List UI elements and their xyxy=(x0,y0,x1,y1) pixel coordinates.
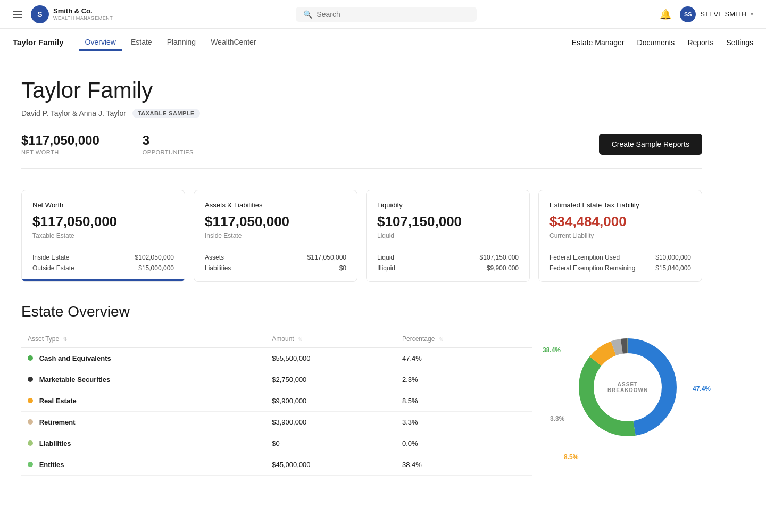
card-row-value: $117,050,000 xyxy=(307,254,346,261)
create-sample-reports-button[interactable]: Create Sample Reports xyxy=(599,134,702,155)
client-nav-right: Estate Manager Documents Reports Setting… xyxy=(572,38,753,47)
amount-cell: $0 xyxy=(265,433,396,454)
table-row: Entities $45,000,000 38.4% xyxy=(21,454,532,476)
asset-dot xyxy=(28,440,33,446)
pct-label-474: 47.4% xyxy=(693,385,711,393)
subtitle-text: David P. Taylor & Anna J. Taylor xyxy=(21,109,126,118)
nav-estate-manager[interactable]: Estate Manager xyxy=(572,38,625,47)
tab-overview[interactable]: Overview xyxy=(79,35,122,51)
opportunities-label: OPPORTUNITIES xyxy=(143,149,194,155)
col-asset-type[interactable]: Asset Type ⇅ xyxy=(21,331,265,347)
card-row-value: $9,900,000 xyxy=(487,264,519,272)
table-row: Retirement $3,900,000 3.3% xyxy=(21,412,532,433)
pct-label-33: 3.3% xyxy=(550,415,564,422)
opportunities-value: 3 xyxy=(143,133,194,148)
client-nav-left: Taylor Family Overview Estate Planning W… xyxy=(13,35,263,51)
card-title: Estimated Estate Tax Liability xyxy=(549,201,691,209)
pct-cell: 47.4% xyxy=(396,347,532,369)
card-row-label: Inside Estate xyxy=(32,254,69,261)
col-amount[interactable]: Amount ⇅ xyxy=(265,331,396,347)
hamburger-menu[interactable] xyxy=(13,11,22,18)
asset-type-cell: Marketable Securities xyxy=(21,369,265,390)
chart-wrap: ASSET BREAKDOWN 47.4% 38.4% 8.5% 3.3% xyxy=(553,303,702,476)
logo-icon: S xyxy=(31,5,49,23)
pct-label-384: 38.4% xyxy=(543,346,561,354)
card-row-label: Outside Estate xyxy=(32,264,74,272)
brand-name: Smith & Co. xyxy=(53,7,113,15)
card-row-value: $10,000,000 xyxy=(655,254,691,261)
pct-cell: 38.4% xyxy=(396,454,532,476)
summary-card-3: Estimated Estate Tax Liability $34,484,0… xyxy=(538,190,702,282)
user-area[interactable]: SS STEVE SMITH ▾ xyxy=(680,6,753,22)
notification-button[interactable]: 🔔 xyxy=(660,9,671,20)
nav-settings[interactable]: Settings xyxy=(726,38,753,47)
avatar: SS xyxy=(680,6,696,22)
card-row-value: $102,050,000 xyxy=(135,254,174,261)
amount-cell: $55,500,000 xyxy=(265,347,396,369)
card-sub-label: Current Liability xyxy=(549,232,691,239)
card-rows: Inside Estate $102,050,000 Outside Estat… xyxy=(32,247,174,279)
logo-area: S Smith & Co. WEALTH MANAGEMENT xyxy=(31,5,113,23)
estate-table: Asset Type ⇅ Amount ⇅ Percentage ⇅ Cash … xyxy=(21,331,532,476)
donut-label: ASSET BREAKDOWN xyxy=(598,381,657,393)
search-bar[interactable]: 🔍 xyxy=(296,7,477,22)
card-row: Inside Estate $102,050,000 xyxy=(32,254,174,261)
asset-type-cell: Entities xyxy=(21,454,265,476)
card-row-label: Liabilities xyxy=(205,264,231,272)
card-main-value: $34,484,000 xyxy=(549,213,691,230)
top-bar-right: 🔔 SS STEVE SMITH ▾ xyxy=(660,6,753,22)
card-row-label: Illiquid xyxy=(377,264,395,272)
card-row: Liabilities $0 xyxy=(205,264,346,272)
card-sub-label: Inside Estate xyxy=(205,232,346,239)
card-rows: Federal Exemption Used $10,000,000 Feder… xyxy=(549,247,691,279)
card-row-value: $0 xyxy=(339,264,346,272)
table-row: Cash and Equivalents $55,500,000 47.4% xyxy=(21,347,532,369)
client-name: Taylor Family xyxy=(13,38,64,47)
tab-estate[interactable]: Estate xyxy=(124,35,159,51)
nav-documents[interactable]: Documents xyxy=(637,38,675,47)
logo-text: Smith & Co. WEALTH MANAGEMENT xyxy=(53,7,113,21)
asset-name: Real Estate xyxy=(39,397,77,405)
top-bar-left: S Smith & Co. WEALTH MANAGEMENT xyxy=(13,5,113,23)
asset-dot xyxy=(28,377,33,382)
card-row: Federal Exemption Remaining $15,840,000 xyxy=(549,264,691,272)
card-row: Assets $117,050,000 xyxy=(205,254,346,261)
client-nav: Taylor Family Overview Estate Planning W… xyxy=(0,29,766,56)
asset-type-cell: Retirement xyxy=(21,412,265,433)
asset-type-cell: Liabilities xyxy=(21,433,265,454)
pct-label-85: 8.5% xyxy=(564,453,578,461)
card-row: Illiquid $9,900,000 xyxy=(377,264,519,272)
top-bar: S Smith & Co. WEALTH MANAGEMENT 🔍 🔔 SS S… xyxy=(0,0,766,29)
tab-planning[interactable]: Planning xyxy=(161,35,203,51)
card-title: Liquidity xyxy=(377,201,519,209)
page-header: Taylor Family David P. Taylor & Anna J. … xyxy=(21,78,702,118)
tab-wealthcenter[interactable]: WealthCenter xyxy=(204,35,262,51)
card-title: Assets & Liabilities xyxy=(205,201,346,209)
asset-name: Retirement xyxy=(39,418,76,426)
card-row-label: Liquid xyxy=(377,254,394,261)
donut-chart: ASSET BREAKDOWN 47.4% 38.4% 8.5% 3.3% xyxy=(569,329,686,446)
search-input[interactable] xyxy=(317,10,469,19)
asset-name: Cash and Equivalents xyxy=(39,354,111,362)
card-rows: Assets $117,050,000 Liabilities $0 xyxy=(205,247,346,279)
card-main-value: $107,150,000 xyxy=(377,213,519,230)
col-percentage[interactable]: Percentage ⇅ xyxy=(396,331,532,347)
card-sub-label: Taxable Estate xyxy=(32,232,174,239)
brand-sub: WEALTH MANAGEMENT xyxy=(53,15,113,21)
summary-card-0: Net Worth $117,050,000 Taxable Estate In… xyxy=(21,190,185,282)
asset-type-cell: Real Estate xyxy=(21,390,265,412)
asset-name: Entities xyxy=(39,461,64,469)
asset-type-cell: Cash and Equivalents xyxy=(21,347,265,369)
card-bottom-bar xyxy=(22,279,185,281)
card-row: Outside Estate $15,000,000 xyxy=(32,264,174,272)
summary-card-1: Assets & Liabilities $117,050,000 Inside… xyxy=(194,190,357,282)
user-name: STEVE SMITH xyxy=(700,10,746,18)
asset-name: Marketable Securities xyxy=(39,376,111,384)
card-row-value: $15,840,000 xyxy=(655,264,691,272)
net-worth-metric: $117,050,000 NET WORTH xyxy=(21,133,121,155)
card-row-label: Federal Exemption Used xyxy=(549,254,620,261)
taxable-sample-badge: TAXABLE SAMPLE xyxy=(132,109,200,118)
nav-reports[interactable]: Reports xyxy=(687,38,713,47)
card-row-value: $15,000,000 xyxy=(138,264,174,272)
search-icon: 🔍 xyxy=(303,10,312,19)
